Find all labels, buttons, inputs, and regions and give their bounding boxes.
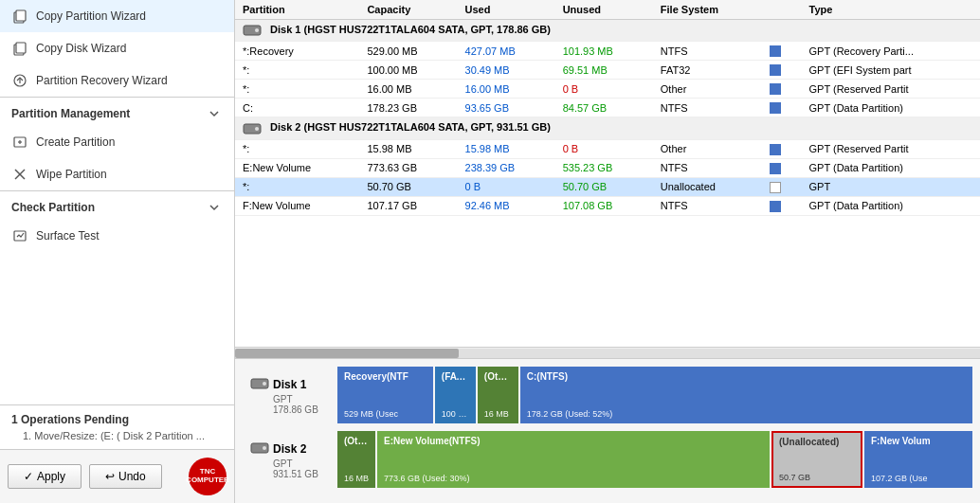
partition-name: *: (235, 61, 359, 80)
partition-fs: NTFS (653, 42, 762, 61)
partition-used: 92.46 MB (458, 196, 555, 215)
col-type: Type (802, 0, 981, 20)
partition-block-sublabel: 100 MB (Usec (442, 409, 469, 419)
partition-block[interactable]: E:New Volume(NTFS)773.6 GB (Used: 30%) (377, 431, 770, 488)
partition-type: GPT (Data Partition) (802, 196, 981, 215)
partition-flag (762, 42, 802, 61)
partition-block-sublabel: 178.2 GB (Used: 52%) (527, 409, 966, 419)
partition-block[interactable]: Recovery(NTF529 MB (Usec (337, 367, 433, 423)
disk2-label: Disk 2 GPT 931.51 GB (243, 431, 337, 488)
table-row[interactable]: *: 16.00 MB 16.00 MB 0 B Other GPT (Rese… (235, 80, 980, 99)
partition-used: 93.65 GB (458, 99, 555, 117)
disk1-header-cell: Disk 1 (HGST HUS722T1TALA604 SATA, GPT, … (235, 20, 980, 42)
partition-fs: Unallocated (653, 177, 762, 196)
partition-fs: NTFS (653, 99, 762, 117)
partition-flag (762, 139, 802, 158)
partition-capacity: 178.23 GB (359, 99, 457, 117)
partition-used: 427.07 MB (458, 42, 555, 61)
sidebar-item-copy-partition[interactable]: Copy Partition Wizard (0, 0, 234, 32)
sidebar-item-copy-disk[interactable]: Copy Disk Wizard (0, 32, 234, 64)
table-row[interactable]: E:New Volume 773.63 GB 238.39 GB 535.23 … (235, 158, 980, 177)
sidebar-item-partition-recovery[interactable]: Partition Recovery Wizard (0, 64, 234, 97)
partition-used: 15.98 MB (458, 139, 555, 158)
partition-fs: Other (653, 80, 762, 99)
disk1-name: Disk 1 (273, 378, 306, 391)
disk2-name: Disk 2 (273, 442, 306, 456)
content-area: Partition Capacity Used Unused File Syst… (235, 0, 980, 503)
sidebar-item-surface-test[interactable]: Surface Test (0, 220, 234, 252)
partition-capacity: 107.17 GB (359, 196, 457, 215)
partition-block-label: C:(NTFS) (527, 371, 966, 382)
undo-button[interactable]: ↩ Undo (89, 464, 162, 489)
disk-visual-area: Disk 1 GPT 178.86 GB Recovery(NTF529 MB … (235, 358, 980, 503)
partition-block[interactable]: (Unallocated)50.7 GB (771, 431, 862, 488)
sidebar-item-create-partition[interactable]: Create Partition (0, 126, 234, 158)
partition-block[interactable]: F:New Volum107.2 GB (Use (864, 431, 972, 488)
partition-block[interactable]: C:(NTFS)178.2 GB (Used: 52%) (520, 367, 972, 423)
undo-label: Undo (118, 470, 146, 483)
disk1-type: GPT (250, 394, 330, 404)
partition-name: E:New Volume (235, 158, 359, 177)
partition-block-label: E:New Volume(NTFS) (384, 436, 763, 446)
partition-type: GPT (Data Partition) (802, 158, 981, 177)
sidebar-item-wipe-partition[interactable]: Wipe Partition (0, 158, 234, 190)
partition-management-label: Partition Management (11, 107, 130, 120)
svg-point-19 (263, 446, 266, 450)
table-row[interactable]: *: 15.98 MB 15.98 MB 0 B Other GPT (Rese… (235, 139, 980, 158)
operations-title: 1 Operations Pending (11, 413, 223, 426)
recovery-icon (11, 72, 28, 89)
disk2-hdd-icon (250, 440, 269, 458)
partition-block[interactable]: (Other)16 MB (337, 431, 375, 488)
disk2-visual-row: Disk 2 GPT 931.51 GB (Other)16 MBE:New V… (243, 431, 972, 488)
table-row[interactable]: C: 178.23 GB 93.65 GB 84.57 GB NTFS GPT … (235, 99, 980, 117)
partition-capacity: 50.70 GB (359, 177, 457, 196)
horizontal-scrollbar[interactable] (235, 347, 980, 358)
partition-capacity: 15.98 MB (359, 139, 457, 158)
partition-block[interactable]: (FAT32)100 MB (Usec (435, 367, 476, 423)
col-used: Used (458, 0, 555, 20)
table-row[interactable]: *: 50.70 GB 0 B 50.70 GB Unallocated GPT (235, 177, 980, 196)
create-partition-icon (11, 134, 28, 151)
apply-button[interactable]: ✓ Apply (8, 464, 82, 489)
partition-recovery-label: Partition Recovery Wizard (36, 74, 168, 87)
check-partition-label: Check Partition (11, 201, 95, 214)
partition-type: GPT (802, 177, 981, 196)
svg-rect-1 (16, 10, 26, 21)
partition-flag (762, 99, 802, 117)
partition-used: 238.39 GB (458, 158, 555, 177)
partition-block-sublabel: 107.2 GB (Use (871, 474, 966, 483)
partition-table: Partition Capacity Used Unused File Syst… (235, 0, 980, 216)
partition-type: GPT (EFI System part (802, 61, 981, 80)
partition-name: *: (235, 139, 359, 158)
table-row[interactable]: F:New Volume 107.17 GB 92.46 MB 107.08 G… (235, 196, 980, 215)
partition-block-label: (Unallocated) (779, 437, 855, 447)
partition-unused: 0 B (555, 139, 653, 158)
check-partition-header[interactable]: Check Partition (0, 191, 234, 220)
partition-type: GPT (Reserved Partit (802, 80, 981, 99)
partition-capacity: 16.00 MB (359, 80, 457, 99)
svg-point-17 (263, 382, 266, 386)
disk2-header-cell: Disk 2 (HGST HUS722T1TALA604 SATA, GPT, … (235, 117, 980, 139)
partition-unused: 101.93 MB (555, 42, 653, 61)
partition-type: GPT (Recovery Parti... (802, 42, 981, 61)
partition-used: 30.49 MB (458, 61, 555, 80)
logo-text: TNC COMPUTER (186, 468, 229, 485)
partition-unused: 107.08 GB (555, 196, 653, 215)
operations-section: 1 Operations Pending 1. Move/Resize: (E:… (0, 405, 234, 449)
partition-block[interactable]: (Other)16 MB (478, 367, 518, 423)
disk2-size: 931.51 GB (250, 469, 330, 479)
partition-management-header[interactable]: Partition Management (0, 98, 234, 126)
disk1-partitions: Recovery(NTF529 MB (Usec(FAT32)100 MB (U… (337, 367, 972, 423)
disk2-type: GPT (250, 458, 330, 469)
partition-block-sublabel: 16 MB (484, 409, 512, 419)
partition-name: *:Recovery (235, 42, 359, 61)
disk2-partitions: (Other)16 MBE:New Volume(NTFS)773.6 GB (… (337, 431, 972, 488)
surface-test-icon (11, 227, 28, 244)
table-row[interactable]: *:Recovery 529.00 MB 427.07 MB 101.93 MB… (235, 42, 980, 61)
col-flag (762, 0, 802, 20)
partition-unused: 69.51 MB (555, 61, 653, 80)
wipe-partition-icon (11, 166, 28, 183)
cp-chevron-icon (206, 199, 223, 216)
partition-fs: NTFS (653, 158, 762, 177)
table-row[interactable]: *: 100.00 MB 30.49 MB 69.51 MB FAT32 GPT… (235, 61, 980, 80)
